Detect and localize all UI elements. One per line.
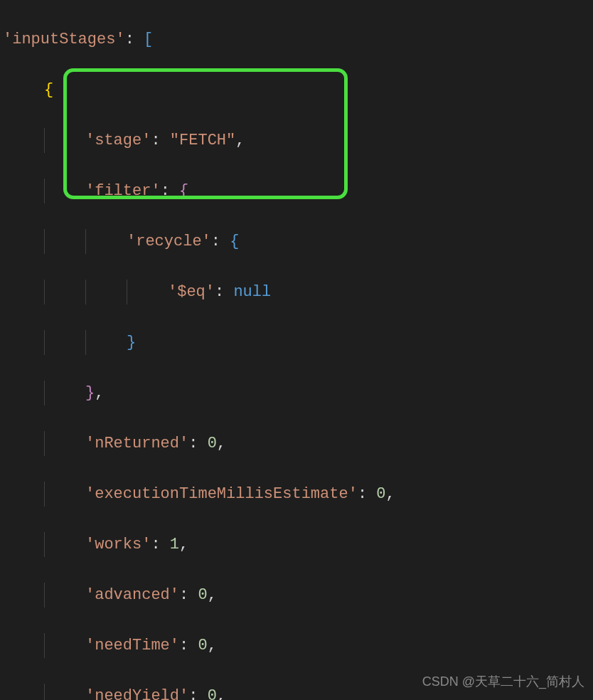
code-line: 'stage': "FETCH", bbox=[3, 128, 593, 154]
code-line: 'recycle': { bbox=[3, 229, 593, 255]
code-view[interactable]: 'inputStages': [ { 'stage': "FETCH", 'fi… bbox=[3, 1, 593, 700]
code-line: 'nReturned': 0, bbox=[3, 431, 593, 457]
code-line: } bbox=[3, 330, 593, 356]
code-line: 'executionTimeMillisEstimate': 0, bbox=[3, 482, 593, 507]
code-line: 'needTime': 0, bbox=[3, 633, 593, 659]
watermark-text: CSDN @天草二十六_简村人 bbox=[422, 669, 584, 695]
code-line: 'inputStages': [ bbox=[3, 27, 593, 53]
code-line: '$eq': null bbox=[3, 280, 593, 305]
code-line: 'filter': { bbox=[3, 179, 593, 204]
code-line: { bbox=[3, 78, 593, 103]
code-line: 'advanced': 0, bbox=[3, 583, 593, 608]
code-line: 'works': 1, bbox=[3, 532, 593, 558]
code-line: }, bbox=[3, 381, 593, 406]
